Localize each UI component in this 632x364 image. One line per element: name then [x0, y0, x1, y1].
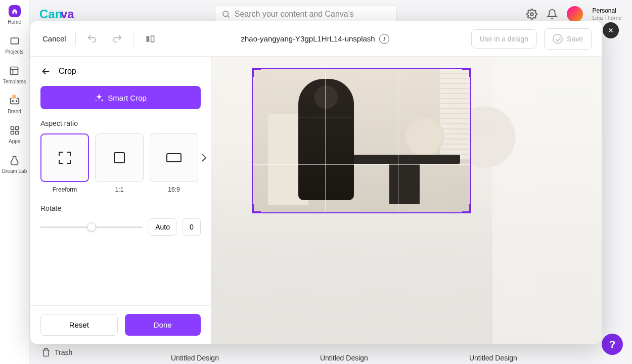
close-icon [607, 27, 614, 34]
flip-button[interactable] [141, 30, 159, 48]
aspect-next-button[interactable] [199, 131, 209, 184]
rotate-label: Rotate [40, 204, 201, 212]
auto-button[interactable]: Auto [149, 218, 176, 236]
aspect-row: Freeform 1:1 16:9 [40, 133, 201, 193]
aspect-box-1-1[interactable] [95, 133, 144, 182]
filename: zhao-yangyang-Y3gpL1HrL14-unsplash [241, 34, 375, 43]
crop-title: Crop [59, 67, 76, 76]
crop-image-content [253, 69, 470, 212]
check-icon [553, 34, 563, 44]
save-label: Save [567, 35, 583, 43]
close-button[interactable] [603, 22, 619, 38]
redo-button[interactable] [108, 30, 126, 48]
undo-button[interactable] [83, 30, 101, 48]
aspect-label: Freeform [53, 186, 77, 193]
wide-icon [166, 153, 182, 162]
svg-rect-13 [146, 36, 149, 42]
aspect-ratio-label: Aspect ratio [40, 119, 201, 127]
modal-body: Crop Smart Crop Aspect ratio [30, 57, 602, 344]
modal-wrap: Cancel zhao-yangyang-Y3gpL1HrL14-unsplas… [0, 0, 632, 364]
divider [133, 32, 134, 46]
sparkle-icon [95, 93, 104, 102]
crop-header: Crop [30, 57, 211, 86]
editor-modal: Cancel zhao-yangyang-Y3gpL1HrL14-unsplas… [30, 21, 602, 344]
crop-handle-tl[interactable] [252, 68, 254, 77]
filename-wrap: zhao-yangyang-Y3gpL1HrL14-unsplash i [166, 34, 464, 44]
use-in-design-button[interactable]: Use in a design [471, 29, 537, 49]
crop-region[interactable] [253, 69, 470, 212]
crop-handle-bl[interactable] [252, 204, 254, 213]
crop-handle-tr[interactable] [469, 68, 471, 77]
crop-footer: Reset Done [30, 305, 211, 344]
save-button[interactable]: Save [544, 28, 592, 50]
back-arrow-icon[interactable] [40, 66, 52, 77]
crop-panel: Crop Smart Crop Aspect ratio [30, 57, 211, 344]
slider-thumb[interactable] [87, 222, 96, 232]
aspect-box-freeform[interactable] [40, 133, 89, 182]
rotate-row: Auto 0 [40, 218, 201, 236]
reset-button[interactable]: Reset [40, 314, 118, 336]
rotate-slider[interactable] [40, 222, 143, 232]
crop-handle-br[interactable] [469, 204, 471, 213]
aspect-item-1-1[interactable]: 1:1 [95, 133, 144, 193]
aspect-item-16-9[interactable]: 16:9 [150, 133, 198, 193]
aspect-label: 1:1 [115, 186, 124, 193]
modal-topbar: Cancel zhao-yangyang-Y3gpL1HrL14-unsplas… [30, 21, 602, 57]
smart-crop-label: Smart Crop [108, 94, 147, 102]
aspect-item-freeform[interactable]: Freeform [40, 133, 89, 193]
divider [75, 32, 76, 46]
canvas-area[interactable] [211, 57, 602, 344]
crop-content: Smart Crop Aspect ratio Freeform [30, 86, 211, 305]
info-icon[interactable]: i [379, 34, 389, 44]
svg-rect-14 [151, 36, 154, 42]
done-button[interactable]: Done [125, 314, 201, 336]
cancel-button[interactable]: Cancel [40, 31, 68, 46]
smart-crop-button[interactable]: Smart Crop [40, 86, 201, 109]
aspect-box-16-9[interactable] [150, 133, 198, 182]
square-icon [114, 152, 125, 163]
rotate-value-input[interactable]: 0 [183, 218, 201, 236]
aspect-label: 16:9 [168, 186, 179, 193]
freeform-icon [59, 152, 71, 164]
